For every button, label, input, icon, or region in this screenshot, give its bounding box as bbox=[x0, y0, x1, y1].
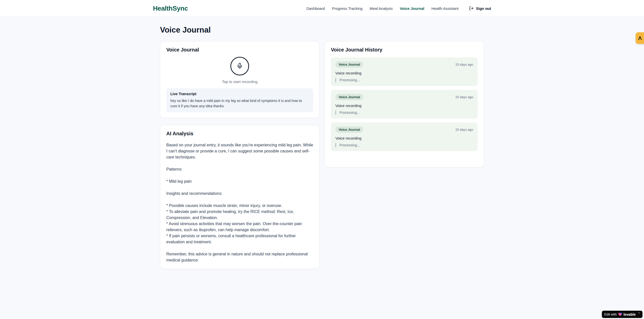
nav-item-progress-tracking[interactable]: Progress Tracking bbox=[332, 6, 363, 11]
voice-recorder-card: Voice Journal Tap to start recording Liv… bbox=[160, 41, 319, 118]
history-entry[interactable]: Voice Journal 15 days ago Voice recordin… bbox=[331, 122, 478, 151]
ai-analysis-body: Based on your journal entry, it sounds l… bbox=[166, 142, 313, 263]
entry-timestamp: 15 days ago bbox=[455, 63, 473, 66]
edit-with-label: Edit with bbox=[604, 312, 617, 316]
live-transcript-title: Live Transcript bbox=[170, 92, 309, 96]
record-button[interactable] bbox=[230, 57, 249, 75]
voice-journal-history-card: Voice Journal History Voice Journal 15 d… bbox=[325, 41, 484, 167]
entry-processing-status: Processing... bbox=[335, 78, 473, 82]
nav-item-meal-analysis[interactable]: Meal Analysis bbox=[369, 6, 393, 11]
entry-title: Voice recording bbox=[335, 136, 473, 140]
nav-item-health-assistant[interactable]: Health Assistant bbox=[431, 6, 459, 11]
nav-item-voice-journal[interactable]: Voice Journal bbox=[400, 6, 424, 11]
entry-type-badge: Voice Journal bbox=[335, 94, 363, 100]
left-column: Voice Journal Tap to start recording Liv… bbox=[160, 41, 319, 269]
right-column: Voice Journal History Voice Journal 15 d… bbox=[325, 41, 484, 167]
recorder-card-title: Voice Journal bbox=[166, 47, 313, 53]
microphone-icon bbox=[236, 63, 243, 70]
history-entry-header: Voice Journal 15 days ago bbox=[335, 94, 473, 100]
entry-processing-status: Processing... bbox=[335, 111, 473, 115]
tap-to-record-hint: Tap to start recording bbox=[166, 79, 313, 84]
entry-type-badge: Voice Journal bbox=[335, 126, 363, 133]
main-content: Voice Journal Voice Journal Tap to start… bbox=[160, 17, 484, 269]
ai-analysis-card: AI Analysis Based on your journal entry,… bbox=[160, 125, 319, 269]
nav-item-dashboard[interactable]: Dashboard bbox=[306, 6, 325, 11]
history-card-title: Voice Journal History bbox=[331, 47, 478, 53]
history-entry[interactable]: Voice Journal 15 days ago Voice recordin… bbox=[331, 57, 478, 86]
history-entry-header: Voice Journal 15 days ago bbox=[335, 126, 473, 133]
sign-out-label: Sign out bbox=[476, 6, 491, 11]
live-transcript-panel: Live Transcript hey so like I do have a … bbox=[166, 88, 313, 112]
lovable-brand-label: lovable bbox=[624, 312, 636, 316]
lovable-heart-icon bbox=[618, 313, 622, 316]
lovable-mark-icon: Λ bbox=[638, 35, 644, 41]
entry-processing-status: Processing... bbox=[335, 143, 473, 147]
app-header: HealthSync Dashboard Progress Tracking M… bbox=[0, 0, 644, 17]
live-transcript-text: hey so like I do have a mild pain in my … bbox=[170, 98, 309, 109]
entry-title: Voice recording bbox=[335, 71, 473, 75]
entry-title: Voice recording bbox=[335, 103, 473, 108]
history-entry-header: Voice Journal 15 days ago bbox=[335, 61, 473, 68]
entry-timestamp: 15 days ago bbox=[455, 128, 473, 131]
header-inner: HealthSync Dashboard Progress Tracking M… bbox=[153, 0, 491, 17]
entry-type-badge: Voice Journal bbox=[335, 61, 363, 68]
ai-analysis-title: AI Analysis bbox=[166, 131, 313, 137]
history-entry[interactable]: Voice Journal 15 days ago Voice recordin… bbox=[331, 90, 478, 119]
main-nav: Dashboard Progress Tracking Meal Analysi… bbox=[306, 6, 491, 11]
entry-timestamp: 15 days ago bbox=[455, 95, 473, 99]
edit-with-lovable-badge[interactable]: Edit with lovable × bbox=[602, 311, 642, 318]
log-out-icon bbox=[469, 6, 474, 11]
content-grid: Voice Journal Tap to start recording Liv… bbox=[160, 41, 484, 269]
page-title: Voice Journal bbox=[160, 25, 484, 35]
brand-logo[interactable]: HealthSync bbox=[153, 5, 188, 12]
lovable-side-button[interactable]: Λ bbox=[636, 32, 644, 44]
sign-out-button[interactable]: Sign out bbox=[469, 6, 491, 11]
close-icon[interactable]: × bbox=[638, 311, 640, 315]
